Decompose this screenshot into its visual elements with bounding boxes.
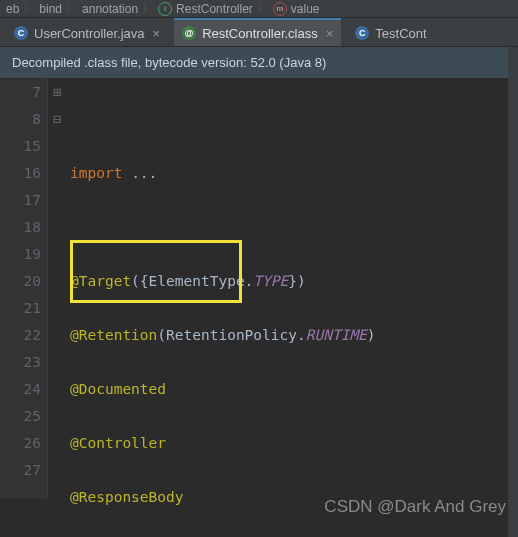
editor-scrollbar[interactable]: [508, 47, 518, 537]
breadcrumb-item[interactable]: RestController: [176, 2, 253, 16]
tab-label: RestController.class: [202, 26, 318, 41]
class-icon: C: [14, 26, 28, 40]
fold-gutter[interactable]: ⊞ ⊟: [48, 79, 66, 499]
breadcrumb-sep: 〉: [66, 0, 78, 17]
breadcrumb-item[interactable]: annotation: [82, 2, 138, 16]
tab-restcontroller[interactable]: @ RestController.class ×: [174, 18, 341, 46]
tab-usercontroller[interactable]: C UserController.java ×: [6, 18, 168, 46]
breadcrumb-item[interactable]: eb: [6, 2, 19, 16]
decompiled-banner: Decompiled .class file, bytecode version…: [0, 47, 518, 79]
breadcrumb-item[interactable]: bind: [39, 2, 62, 16]
close-icon[interactable]: ×: [326, 26, 334, 41]
decompiled-class-icon: @: [182, 26, 196, 40]
breadcrumb-sep: 〉: [23, 0, 35, 17]
editor-tabbar: C UserController.java × @ RestController…: [0, 18, 518, 47]
line-number-gutter: 7815 161718 192021 222324 252627: [0, 79, 48, 499]
breadcrumb-sep: 〉: [257, 0, 269, 17]
tab-label: UserController.java: [34, 26, 145, 41]
breadcrumb: eb 〉 bind 〉 annotation 〉 I RestControlle…: [0, 0, 518, 18]
tab-testcont[interactable]: C TestCont: [347, 18, 434, 46]
method-icon: m: [273, 2, 287, 16]
breadcrumb-item[interactable]: value: [291, 2, 320, 16]
tab-label: TestCont: [375, 26, 426, 41]
close-icon[interactable]: ×: [153, 26, 161, 41]
class-icon: C: [355, 26, 369, 40]
code-editor[interactable]: 7815 161718 192021 222324 252627 ⊞ ⊟ imp…: [0, 79, 518, 499]
interface-icon: I: [158, 2, 172, 16]
breadcrumb-sep: 〉: [142, 0, 154, 17]
code-content[interactable]: import ... @Target({ElementType.TYPE}) @…: [66, 79, 393, 499]
